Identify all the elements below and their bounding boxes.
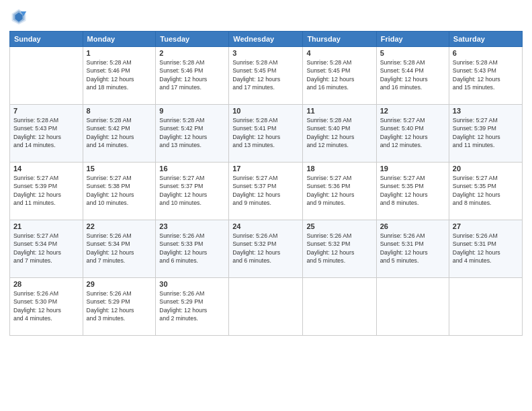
day-number: 4 [306,49,372,57]
weekday-header-monday: Monday [83,32,156,47]
calendar-cell: 26Sunrise: 5:26 AMSunset: 5:31 PMDayligh… [376,220,449,278]
day-info: Sunrise: 5:27 AMSunset: 5:35 PMDaylight:… [380,174,445,207]
weekday-header-friday: Friday [376,32,449,47]
day-info: Sunrise: 5:27 AMSunset: 5:37 PMDaylight:… [159,174,225,207]
day-number: 7 [13,107,79,115]
calendar-cell: 18Sunrise: 5:27 AMSunset: 5:36 PMDayligh… [303,163,376,220]
calendar-cell: 4Sunrise: 5:28 AMSunset: 5:45 PMDaylight… [303,47,376,105]
calendar-cell: 21Sunrise: 5:27 AMSunset: 5:34 PMDayligh… [10,220,83,278]
day-info: Sunrise: 5:27 AMSunset: 5:37 PMDaylight:… [232,174,299,207]
week-row-5: 28Sunrise: 5:26 AMSunset: 5:30 PMDayligh… [10,278,523,336]
day-info: Sunrise: 5:27 AMSunset: 5:35 PMDaylight:… [453,174,519,207]
calendar-cell: 25Sunrise: 5:26 AMSunset: 5:32 PMDayligh… [303,220,376,278]
day-info: Sunrise: 5:26 AMSunset: 5:31 PMDaylight:… [453,232,519,265]
week-row-2: 7Sunrise: 5:28 AMSunset: 5:43 PMDaylight… [10,105,523,163]
calendar-cell: 30Sunrise: 5:26 AMSunset: 5:29 PMDayligh… [156,278,229,336]
header [9,7,523,26]
calendar-cell: 16Sunrise: 5:27 AMSunset: 5:37 PMDayligh… [156,163,229,220]
day-number: 14 [13,165,79,173]
day-info: Sunrise: 5:27 AMSunset: 5:34 PMDaylight:… [13,232,79,265]
weekday-header-tuesday: Tuesday [156,32,229,47]
weekday-row: SundayMondayTuesdayWednesdayThursdayFrid… [10,32,523,47]
day-number: 17 [232,165,299,173]
weekday-header-sunday: Sunday [10,32,83,47]
calendar-cell [229,278,303,336]
day-number: 27 [453,222,519,230]
calendar-cell: 1Sunrise: 5:28 AMSunset: 5:46 PMDaylight… [83,47,156,105]
day-number: 29 [87,280,152,288]
day-info: Sunrise: 5:28 AMSunset: 5:45 PMDaylight:… [306,58,372,91]
day-number: 13 [453,107,519,115]
day-info: Sunrise: 5:27 AMSunset: 5:39 PMDaylight:… [13,174,79,207]
calendar-body: 1Sunrise: 5:28 AMSunset: 5:46 PMDaylight… [10,47,523,336]
day-number: 30 [159,280,225,288]
calendar-cell: 15Sunrise: 5:27 AMSunset: 5:38 PMDayligh… [83,163,156,220]
calendar-cell: 13Sunrise: 5:27 AMSunset: 5:39 PMDayligh… [449,105,522,163]
day-number: 19 [380,165,445,173]
calendar-cell: 9Sunrise: 5:28 AMSunset: 5:42 PMDaylight… [156,105,229,163]
day-info: Sunrise: 5:27 AMSunset: 5:38 PMDaylight:… [87,174,152,207]
calendar-cell [449,278,522,336]
day-number: 11 [306,107,372,115]
day-info: Sunrise: 5:26 AMSunset: 5:29 PMDaylight:… [159,289,225,322]
day-info: Sunrise: 5:26 AMSunset: 5:32 PMDaylight:… [232,232,299,265]
day-info: Sunrise: 5:28 AMSunset: 5:43 PMDaylight:… [453,58,519,91]
calendar-cell: 8Sunrise: 5:28 AMSunset: 5:42 PMDaylight… [83,105,156,163]
day-number: 25 [306,222,372,230]
week-row-3: 14Sunrise: 5:27 AMSunset: 5:39 PMDayligh… [10,163,523,220]
weekday-header-saturday: Saturday [449,32,522,47]
day-number: 6 [453,49,519,57]
day-number: 8 [87,107,152,115]
week-row-1: 1Sunrise: 5:28 AMSunset: 5:46 PMDaylight… [10,47,523,105]
day-number: 9 [159,107,225,115]
day-number: 16 [159,165,225,173]
weekday-header-wednesday: Wednesday [229,32,303,47]
calendar-cell [303,278,376,336]
calendar-cell: 2Sunrise: 5:28 AMSunset: 5:46 PMDaylight… [156,47,229,105]
day-number: 20 [453,165,519,173]
calendar-cell: 17Sunrise: 5:27 AMSunset: 5:37 PMDayligh… [229,163,303,220]
day-number: 24 [232,222,299,230]
calendar-cell: 6Sunrise: 5:28 AMSunset: 5:43 PMDaylight… [449,47,522,105]
day-info: Sunrise: 5:27 AMSunset: 5:40 PMDaylight:… [380,116,445,149]
day-info: Sunrise: 5:28 AMSunset: 5:46 PMDaylight:… [159,58,225,91]
day-info: Sunrise: 5:28 AMSunset: 5:46 PMDaylight:… [87,58,152,91]
calendar-cell: 14Sunrise: 5:27 AMSunset: 5:39 PMDayligh… [10,163,83,220]
calendar-cell [10,47,83,105]
day-info: Sunrise: 5:28 AMSunset: 5:41 PMDaylight:… [232,116,299,149]
logo [9,7,31,26]
day-info: Sunrise: 5:26 AMSunset: 5:31 PMDaylight:… [380,232,445,265]
day-info: Sunrise: 5:26 AMSunset: 5:33 PMDaylight:… [159,232,225,265]
calendar-header: SundayMondayTuesdayWednesdayThursdayFrid… [10,32,523,47]
calendar-cell: 22Sunrise: 5:26 AMSunset: 5:34 PMDayligh… [83,220,156,278]
calendar-cell: 24Sunrise: 5:26 AMSunset: 5:32 PMDayligh… [229,220,303,278]
day-number: 12 [380,107,445,115]
calendar-cell: 23Sunrise: 5:26 AMSunset: 5:33 PMDayligh… [156,220,229,278]
weekday-header-thursday: Thursday [303,32,376,47]
day-info: Sunrise: 5:26 AMSunset: 5:30 PMDaylight:… [13,289,79,322]
calendar-cell: 10Sunrise: 5:28 AMSunset: 5:41 PMDayligh… [229,105,303,163]
day-number: 1 [87,49,152,57]
day-info: Sunrise: 5:28 AMSunset: 5:42 PMDaylight:… [159,116,225,149]
day-info: Sunrise: 5:28 AMSunset: 5:40 PMDaylight:… [306,116,372,149]
logo-icon [9,7,28,26]
day-number: 15 [87,165,152,173]
day-number: 10 [232,107,299,115]
day-info: Sunrise: 5:26 AMSunset: 5:29 PMDaylight:… [87,289,152,322]
day-info: Sunrise: 5:28 AMSunset: 5:45 PMDaylight:… [232,58,299,91]
calendar-cell [376,278,449,336]
day-number: 22 [87,222,152,230]
calendar-cell: 20Sunrise: 5:27 AMSunset: 5:35 PMDayligh… [449,163,522,220]
day-info: Sunrise: 5:27 AMSunset: 5:36 PMDaylight:… [306,174,372,207]
calendar-cell: 28Sunrise: 5:26 AMSunset: 5:30 PMDayligh… [10,278,83,336]
calendar-cell: 12Sunrise: 5:27 AMSunset: 5:40 PMDayligh… [376,105,449,163]
day-number: 23 [159,222,225,230]
day-info: Sunrise: 5:28 AMSunset: 5:42 PMDaylight:… [87,116,152,149]
day-info: Sunrise: 5:26 AMSunset: 5:32 PMDaylight:… [306,232,372,265]
day-number: 21 [13,222,79,230]
day-number: 3 [232,49,299,57]
day-number: 5 [380,49,445,57]
day-number: 28 [13,280,79,288]
day-info: Sunrise: 5:27 AMSunset: 5:39 PMDaylight:… [453,116,519,149]
calendar-cell: 7Sunrise: 5:28 AMSunset: 5:43 PMDaylight… [10,105,83,163]
